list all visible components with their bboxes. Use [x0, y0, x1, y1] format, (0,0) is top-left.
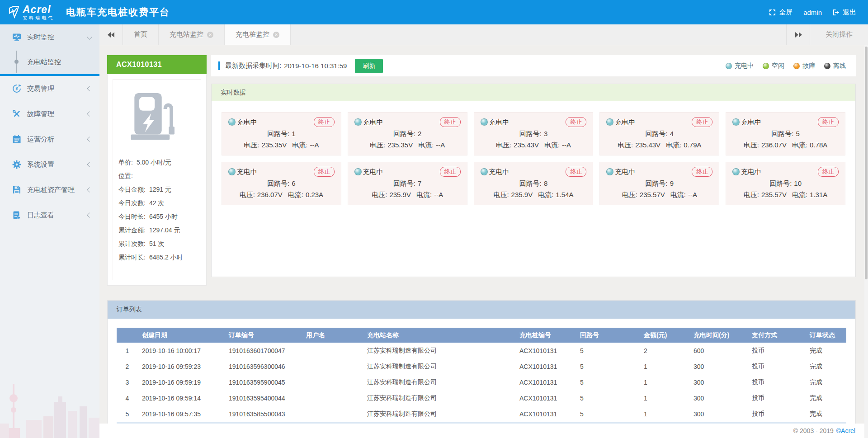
sidebar-item-pile-assets[interactable]: 充电桩资产管理	[0, 177, 99, 203]
yuan-refresh-icon: ¥	[12, 84, 21, 93]
collect-time-value: 2019-10-16 10:31:59	[284, 62, 347, 70]
circuit-metrics: 电压:235.35V电流:--A	[228, 141, 335, 150]
charging-ball-icon	[228, 168, 236, 175]
sidebar-item-label: 交易管理	[27, 85, 54, 93]
blue-tick-decoration	[218, 61, 220, 70]
terminate-button[interactable]: 终止	[440, 117, 461, 127]
circuit-card-4: 充电中终止 回路号:4 电压:235.43V电流:0.79A	[599, 112, 719, 155]
cell-amount: 2	[640, 343, 689, 358]
table-row[interactable]: 1 2019-10-16 10:00:17 1910163601700047 江…	[117, 343, 846, 358]
col-pay: 支付方式	[748, 328, 806, 343]
cell-order-no: 1910163601700047	[225, 343, 302, 358]
terminate-button[interactable]: 终止	[314, 117, 335, 127]
sidebar-item-transactions[interactable]: ¥ 交易管理	[0, 76, 99, 101]
city-skyline-decoration	[0, 375, 99, 438]
crossed-tools-icon	[12, 109, 21, 118]
circuit-status: 充电中	[615, 118, 635, 127]
table-row[interactable]: 2 2019-10-16 09:59:23 1910163596300046 江…	[117, 358, 846, 374]
sidebar-item-logs[interactable]: 日志查看	[0, 203, 99, 228]
orders-table: 创建日期 订单编号 用户名 充电站名称 充电桩编号 回路号 金额(元) 充电时间…	[117, 328, 846, 422]
cell-station: 江苏安科瑞制造有限公司	[363, 406, 515, 422]
chevron-left-icon	[87, 111, 92, 116]
stat-total-amount: 累计金额:1297.04 元	[118, 223, 195, 237]
terminate-button[interactable]: 终止	[440, 167, 461, 177]
terminate-button[interactable]: 终止	[566, 167, 586, 177]
terminate-button[interactable]: 终止	[692, 167, 712, 177]
sidebar-item-realtime-monitor[interactable]: 实时监控	[0, 24, 99, 50]
tab-pile-monitor[interactable]: 充电桩监控	[225, 24, 291, 45]
rail-dot-icon	[12, 50, 21, 74]
cell-pay: 投币	[748, 358, 806, 374]
stat-today-duration: 今日时长:6455 小时	[118, 210, 195, 223]
col-index	[117, 328, 138, 343]
tab-station-monitor[interactable]: 充电站监控	[159, 24, 225, 45]
close-operations-dropdown[interactable]: 关闭操作	[810, 24, 868, 45]
header-actions: 全屏 admin 退出	[769, 8, 856, 17]
page-title: 电瓶车充电桩收费平台	[66, 6, 170, 19]
cell-user	[302, 374, 363, 390]
cell-status: 完成	[806, 374, 846, 390]
scrollbar-thumb[interactable]	[865, 47, 868, 279]
circuit-metrics: 电压:236.07V电流:0.23A	[228, 191, 335, 199]
cell-minutes: 300	[689, 406, 748, 422]
tabs-scroll-right-button[interactable]	[786, 24, 810, 45]
tab-home[interactable]: 首页	[123, 24, 159, 45]
stat-total-count: 累计次数:51 次	[118, 237, 195, 250]
legend-charging: 充电中	[726, 62, 754, 70]
fullscreen-button[interactable]: 全屏	[769, 8, 793, 17]
table-row[interactable]: 5 2019-10-16 09:57:35 1910163585500043 江…	[117, 406, 846, 422]
cell-status: 完成	[806, 406, 846, 422]
circuit-number: 回路号:4	[606, 130, 712, 138]
circuit-number: 回路号:10	[732, 179, 839, 188]
cell-minutes: 600	[689, 343, 748, 358]
col-circuit: 回路号	[576, 328, 640, 343]
vertical-scrollbar[interactable]	[864, 45, 868, 438]
terminate-button[interactable]: 终止	[818, 167, 839, 177]
circuit-card-10: 充电中终止 回路号:10 电压:235.57V电流:1.31A	[726, 162, 845, 205]
terminate-button[interactable]: 终止	[566, 117, 586, 127]
sidebar-item-station-monitor[interactable]: 充电站监控	[0, 50, 99, 74]
terminate-button[interactable]: 终止	[314, 167, 335, 177]
charging-ball-icon	[481, 118, 488, 126]
charging-ball-icon	[606, 118, 613, 126]
cell-minutes: 300	[689, 358, 748, 374]
sidebar-item-faults[interactable]: 故障管理	[0, 101, 99, 127]
realtime-column: 最新数据采集时间: 2019-10-16 10:31:59 刷新 充电中 空闲 …	[211, 55, 856, 286]
cell-user	[302, 406, 363, 422]
circuit-status: 充电中	[741, 118, 761, 127]
username[interactable]: admin	[803, 9, 822, 16]
sidebar-item-label: 日志查看	[27, 211, 54, 220]
circuit-cards-grid: 充电中终止 回路号:1 电压:235.35V电流:--A 充电中终止 回路号:2…	[212, 101, 855, 216]
terminate-button[interactable]: 终止	[692, 117, 712, 127]
logout-button[interactable]: 退出	[833, 8, 856, 17]
circuit-number: 回路号:1	[228, 130, 335, 138]
double-chevron-right-icon	[795, 32, 802, 38]
collect-info-bar: 最新数据采集时间: 2019-10-16 10:31:59 刷新 充电中 空闲 …	[211, 55, 856, 76]
calendar-icon	[12, 135, 21, 144]
sidebar-item-operations-analysis[interactable]: 运营分析	[0, 127, 99, 152]
cell-user	[302, 343, 363, 358]
stat-unit-price: 单价:5.00 小时/元	[118, 155, 195, 169]
circuit-metrics: 电压:236.07V电流:0.78A	[732, 141, 839, 150]
refresh-button[interactable]: 刷新	[355, 59, 383, 73]
table-row[interactable]: 4 2019-10-16 09:59:14 1910163595400044 江…	[117, 390, 846, 406]
col-order-no: 订单编号	[225, 328, 302, 343]
circuit-metrics: 电压:235.43V电流:0.79A	[606, 141, 712, 150]
tabs-scroll-left-button[interactable]	[99, 24, 123, 45]
cell-pay: 投币	[748, 390, 806, 406]
cell-date: 2019-10-16 09:59:23	[138, 358, 225, 374]
log-document-icon	[12, 211, 21, 220]
chevron-down-icon	[87, 34, 92, 39]
terminate-button[interactable]: 终止	[818, 117, 839, 127]
cell-date: 2019-10-16 09:59:14	[138, 390, 225, 406]
sidebar: 实时监控 充电站监控 ¥ 交易管理	[0, 24, 99, 438]
circuit-metrics: 电压:235.35V电流:--A	[354, 141, 461, 150]
circuit-card-1: 充电中终止 回路号:1 电压:235.35V电流:--A	[222, 112, 341, 155]
close-tab-icon[interactable]	[207, 32, 213, 38]
cell-circuit: 5	[576, 390, 640, 406]
charging-ball-icon	[726, 63, 732, 69]
table-row[interactable]: 3 2019-10-16 09:59:19 1910163595900045 江…	[117, 374, 846, 390]
brand-link[interactable]: ©Acrel	[836, 427, 855, 434]
sidebar-item-system-settings[interactable]: 系统设置	[0, 152, 99, 177]
close-tab-icon[interactable]	[273, 32, 279, 38]
